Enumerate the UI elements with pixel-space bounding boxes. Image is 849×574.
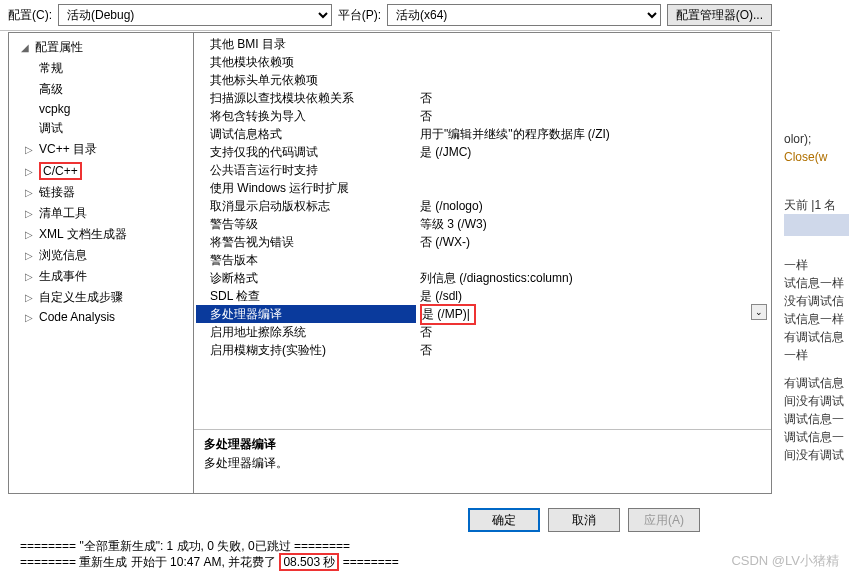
grid-value[interactable]: 是 (/MP)|⌄ [416, 304, 769, 325]
grid-row[interactable]: SDL 检查是 (/sdl) [196, 287, 769, 305]
grid-value[interactable]: 列信息 (/diagnostics:column) [416, 270, 769, 287]
grid-row[interactable]: 使用 Windows 运行时扩展 [196, 179, 769, 197]
grid-key: 多处理器编译 [196, 306, 416, 323]
ok-button[interactable]: 确定 [468, 508, 540, 532]
arrow-right-icon: ▷ [25, 208, 35, 219]
grid-key: 将包含转换为导入 [196, 108, 416, 125]
grid-key: 公共语言运行时支持 [196, 162, 416, 179]
grid-row[interactable]: 诊断格式列信息 (/diagnostics:column) [196, 269, 769, 287]
arrow-right-icon: ▷ [25, 144, 35, 155]
grid-row[interactable]: 扫描源以查找模块依赖关系否 [196, 89, 769, 107]
tree-item[interactable]: ▷浏览信息 [9, 245, 193, 266]
grid-value[interactable]: 否 (/WX-) [416, 234, 769, 251]
grid-row[interactable]: 多处理器编译是 (/MP)|⌄ [196, 305, 769, 323]
tree-item[interactable]: 调试 [9, 118, 193, 139]
grid-row[interactable]: 取消显示启动版权标志是 (/nologo) [196, 197, 769, 215]
tree-item[interactable]: 常规 [9, 58, 193, 79]
grid-value[interactable]: 否 [416, 342, 769, 359]
grid-key: 将警告视为错误 [196, 234, 416, 251]
grid-key: 其他模块依赖项 [196, 54, 416, 71]
output-log: ======== "全部重新生成": 1 成功, 0 失败, 0已跳过 ====… [0, 538, 780, 574]
topbar: 配置(C): 活动(Debug) 平台(P): 活动(x64) 配置管理器(O)… [0, 0, 780, 31]
background-code: olor); Close(w 天前 |1 名 一样 试信息一样 没有调试信 试信… [784, 0, 849, 520]
grid-value[interactable]: 否 [416, 108, 769, 125]
arrow-right-icon: ▷ [25, 229, 35, 240]
tree-item[interactable]: ▷自定义生成步骤 [9, 287, 193, 308]
grid-value[interactable]: 否 [416, 90, 769, 107]
grid-key: 警告版本 [196, 252, 416, 269]
grid-row[interactable]: 将包含转换为导入否 [196, 107, 769, 125]
grid-key: 取消显示启动版权标志 [196, 198, 416, 215]
grid-key: 其他 BMI 目录 [196, 36, 416, 53]
grid-key: 诊断格式 [196, 270, 416, 287]
grid-value[interactable]: 否 [416, 324, 769, 341]
tree-root[interactable]: ◢配置属性 [9, 37, 193, 58]
tree-item[interactable]: ▷C/C++ [9, 160, 193, 182]
grid-key: 启用地址擦除系统 [196, 324, 416, 341]
tree-item[interactable]: ▷链接器 [9, 182, 193, 203]
properties-dialog: 配置(C): 活动(Debug) 平台(P): 活动(x64) 配置管理器(O)… [0, 0, 780, 574]
tree-item[interactable]: ▷生成事件 [9, 266, 193, 287]
config-label: 配置(C): [8, 7, 52, 24]
grid-key: 扫描源以查找模块依赖关系 [196, 90, 416, 107]
arrow-right-icon: ▷ [25, 312, 35, 323]
grid-key: 使用 Windows 运行时扩展 [196, 180, 416, 197]
grid-value[interactable]: 是 (/sdl) [416, 288, 769, 305]
grid-key: 其他标头单元依赖项 [196, 72, 416, 89]
dropdown-icon[interactable]: ⌄ [751, 304, 767, 320]
grid-value[interactable]: 等级 3 (/W3) [416, 216, 769, 233]
tree-item[interactable]: ▷XML 文档生成器 [9, 224, 193, 245]
grid-row[interactable]: 其他模块依赖项 [196, 53, 769, 71]
arrow-right-icon: ▷ [25, 250, 35, 261]
dialog-body: ◢配置属性 常规高级vcpkg调试▷VC++ 目录▷C/C++▷链接器▷清单工具… [8, 32, 772, 494]
tree: ◢配置属性 常规高级vcpkg调试▷VC++ 目录▷C/C++▷链接器▷清单工具… [9, 33, 194, 493]
arrow-right-icon: ▷ [25, 187, 35, 198]
tree-item[interactable]: ▷VC++ 目录 [9, 139, 193, 160]
platform-label: 平台(P): [338, 7, 381, 24]
config-select[interactable]: 活动(Debug) [58, 4, 332, 26]
grid-row[interactable]: 警告版本 [196, 251, 769, 269]
grid-row[interactable]: 支持仅我的代码调试是 (/JMC) [196, 143, 769, 161]
arrow-right-icon: ▷ [25, 166, 35, 177]
tree-item[interactable]: 高级 [9, 79, 193, 100]
grid-key: 调试信息格式 [196, 126, 416, 143]
grid-key: 支持仅我的代码调试 [196, 144, 416, 161]
platform-select[interactable]: 活动(x64) [387, 4, 661, 26]
grid-value[interactable]: 是 (/JMC) [416, 144, 769, 161]
tree-item[interactable]: vcpkg [9, 100, 193, 118]
grid-key: SDL 检查 [196, 288, 416, 305]
property-grid: 其他 BMI 目录其他模块依赖项其他标头单元依赖项扫描源以查找模块依赖关系否将包… [194, 33, 771, 429]
grid-row[interactable]: 调试信息格式用于"编辑并继续"的程序数据库 (/ZI) [196, 125, 769, 143]
tree-item[interactable]: ▷Code Analysis [9, 308, 193, 326]
desc-title: 多处理器编译 [204, 436, 761, 453]
cancel-button[interactable]: 取消 [548, 508, 620, 532]
grid-key: 警告等级 [196, 216, 416, 233]
grid-row[interactable]: 启用地址擦除系统否 [196, 323, 769, 341]
grid-key: 启用模糊支持(实验性) [196, 342, 416, 359]
grid-row[interactable]: 公共语言运行时支持 [196, 161, 769, 179]
desc-text: 多处理器编译。 [204, 455, 761, 472]
apply-button[interactable]: 应用(A) [628, 508, 700, 532]
grid-row[interactable]: 将警告视为错误否 (/WX-) [196, 233, 769, 251]
arrow-down-icon: ◢ [21, 42, 31, 53]
description-pane: 多处理器编译 多处理器编译。 [194, 429, 771, 493]
grid-row[interactable]: 警告等级等级 3 (/W3) [196, 215, 769, 233]
config-manager-button[interactable]: 配置管理器(O)... [667, 4, 772, 26]
build-time-highlight: 08.503 秒 [279, 553, 339, 571]
arrow-right-icon: ▷ [25, 271, 35, 282]
value-highlight: 是 (/MP)| [420, 304, 476, 325]
dialog-buttons: 确定 取消 应用(A) [468, 508, 700, 532]
grid-value[interactable]: 是 (/nologo) [416, 198, 769, 215]
watermark: CSDN @LV小猪精 [731, 552, 839, 570]
arrow-right-icon: ▷ [25, 292, 35, 303]
grid-value[interactable]: 用于"编辑并继续"的程序数据库 (/ZI) [416, 126, 769, 143]
grid-row[interactable]: 启用模糊支持(实验性)否 [196, 341, 769, 359]
tree-item-highlight: C/C++ [39, 162, 82, 180]
right-pane: 其他 BMI 目录其他模块依赖项其他标头单元依赖项扫描源以查找模块依赖关系否将包… [194, 33, 771, 493]
tree-item[interactable]: ▷清单工具 [9, 203, 193, 224]
grid-row[interactable]: 其他 BMI 目录 [196, 35, 769, 53]
grid-row[interactable]: 其他标头单元依赖项 [196, 71, 769, 89]
